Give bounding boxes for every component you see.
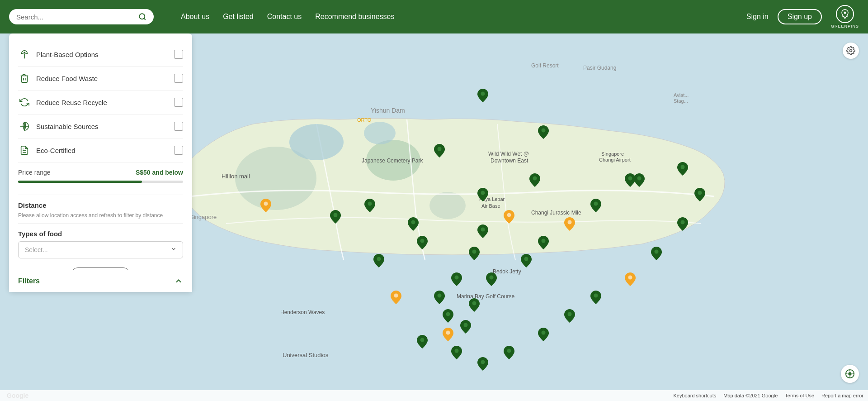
map-pin[interactable]: [538, 236, 549, 249]
search-input[interactable]: [16, 13, 135, 21]
map-pin[interactable]: [443, 328, 453, 341]
nav-recommend-businesses[interactable]: Recommend businesses: [315, 13, 394, 21]
svg-point-36: [637, 176, 641, 180]
nav-contact-us[interactable]: Contact us: [267, 13, 302, 21]
map-pin[interactable]: [694, 188, 705, 201]
map-pin[interactable]: [460, 320, 471, 334]
sign-in-button[interactable]: Sign in: [746, 13, 769, 21]
map-pin[interactable]: [529, 173, 540, 187]
map-pin[interactable]: [677, 217, 688, 231]
svg-point-35: [542, 129, 546, 133]
svg-text:Pasir Gudang: Pasir Gudang: [583, 65, 616, 71]
svg-text:ORTO: ORTO: [357, 117, 372, 123]
filters-toggle[interactable]: Filters: [9, 270, 192, 292]
location-button[interactable]: [841, 365, 859, 383]
map-pin[interactable]: [625, 173, 636, 187]
map-pin[interactable]: [564, 309, 575, 323]
map-pin[interactable]: [434, 144, 445, 158]
svg-point-62: [507, 349, 511, 353]
svg-text:Hillion mall: Hillion mall: [222, 173, 250, 180]
map-pin[interactable]: [521, 254, 532, 267]
svg-point-46: [463, 323, 467, 327]
svg-point-33: [533, 176, 537, 180]
svg-point-42: [438, 294, 442, 298]
svg-text:Bedok Jetty: Bedok Jetty: [493, 268, 521, 275]
map-pin[interactable]: [538, 125, 549, 139]
filter-checkbox-reduce-reuse-recycle[interactable]: [174, 98, 183, 107]
svg-point-52: [594, 202, 598, 206]
map-pin[interactable]: [330, 210, 341, 224]
map-pin[interactable]: [504, 346, 514, 359]
svg-point-44: [446, 330, 450, 334]
search-button[interactable]: [138, 13, 146, 21]
map-pin[interactable]: [477, 357, 488, 371]
map-pin[interactable]: [364, 199, 375, 212]
map-pin[interactable]: [590, 291, 601, 304]
report-map-error[interactable]: Report a map error: [821, 393, 863, 398]
map-pin[interactable]: [538, 328, 549, 341]
filter-checkbox-reduce-food-waste[interactable]: [174, 74, 183, 83]
sign-up-button[interactable]: Sign up: [778, 9, 822, 24]
map-pin[interactable]: [477, 188, 488, 201]
price-range-value: S$50 and below: [136, 169, 183, 176]
map-footer: Keyboard shortcuts Map data ©2021 Google…: [0, 390, 868, 401]
map-pin[interactable]: [443, 309, 453, 323]
distance-subtitle: Please allow location access and refresh…: [18, 212, 183, 220]
map-pin[interactable]: [625, 272, 636, 286]
map-pin[interactable]: [477, 89, 488, 102]
svg-point-48: [490, 275, 494, 279]
filter-checkbox-sustainable-sources[interactable]: [174, 122, 183, 131]
search-container: [9, 9, 154, 24]
svg-point-53: [628, 176, 632, 180]
svg-point-70: [850, 50, 852, 52]
map-pin[interactable]: [486, 272, 497, 286]
terms-of-use[interactable]: Terms of Use: [785, 393, 814, 398]
filter-checkbox-eco-certified[interactable]: [174, 146, 183, 155]
map-pin[interactable]: [260, 199, 271, 212]
svg-point-60: [568, 312, 572, 316]
filter-checkbox-plant-based[interactable]: [174, 50, 183, 59]
map-pin[interactable]: [434, 291, 445, 304]
svg-point-37: [507, 213, 511, 217]
nav-about-us[interactable]: About us: [181, 13, 209, 21]
food-type-select[interactable]: Select...: [18, 241, 183, 258]
logo[interactable]: GREENPINS: [831, 5, 859, 29]
map-pin[interactable]: [373, 254, 384, 267]
svg-text:Japanese Cemetery Park: Japanese Cemetery Park: [362, 158, 423, 164]
svg-text:Marina Bay Golf Course: Marina Bay Golf Course: [457, 293, 514, 300]
svg-point-8: [364, 122, 396, 144]
svg-point-68: [368, 202, 372, 206]
map-pin[interactable]: [451, 272, 462, 286]
svg-point-65: [394, 294, 398, 298]
map-pin[interactable]: [504, 210, 514, 224]
filter-item-reduce-food-waste: Reduce Food Waste: [18, 67, 183, 91]
map-pin[interactable]: [677, 162, 688, 176]
svg-text:Singapore: Singapore: [190, 214, 217, 220]
map-pin[interactable]: [651, 247, 662, 260]
map-pin[interactable]: [408, 217, 419, 231]
map-pin[interactable]: [469, 298, 480, 312]
svg-point-45: [455, 349, 459, 353]
map-pin[interactable]: [451, 346, 462, 359]
map-pin[interactable]: [417, 236, 428, 249]
map-pin[interactable]: [391, 291, 401, 304]
svg-point-50: [542, 239, 546, 243]
svg-text:Golf Resort: Golf Resort: [531, 62, 559, 69]
filters-toggle-label: Filters: [18, 277, 40, 285]
map-pin[interactable]: [469, 247, 480, 260]
map-settings-button[interactable]: [843, 43, 859, 59]
map-pin[interactable]: [477, 224, 488, 238]
filter-panel: Plant-Based Options Reduce Food Waste Re…: [9, 33, 192, 292]
svg-point-31: [438, 147, 442, 151]
nav-get-listed[interactable]: Get listed: [223, 13, 254, 21]
map-data-label: Map data ©2021 Google: [723, 393, 778, 398]
svg-text:Changi Jurassic Mile: Changi Jurassic Mile: [531, 210, 581, 216]
logo-text: GREENPINS: [831, 24, 859, 29]
keyboard-shortcuts[interactable]: Keyboard shortcuts: [673, 393, 716, 398]
map-pin[interactable]: [564, 217, 575, 231]
map-pin[interactable]: [590, 199, 601, 212]
svg-point-57: [655, 249, 659, 253]
svg-text:Stag...: Stag...: [674, 98, 688, 104]
eco-certified-icon: [18, 144, 31, 157]
map-pin[interactable]: [417, 335, 428, 348]
